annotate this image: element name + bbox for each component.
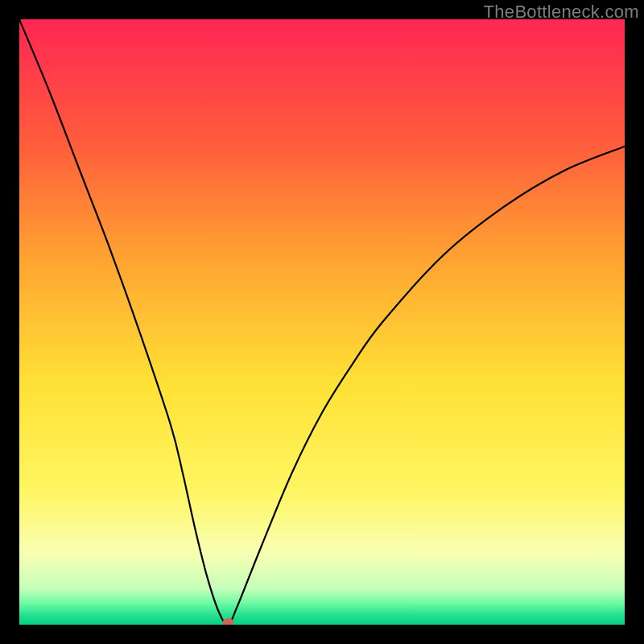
gradient-background <box>19 19 625 625</box>
chart-svg <box>19 19 625 625</box>
watermark-text: TheBottleneck.com <box>484 2 639 23</box>
chart-frame <box>19 19 625 625</box>
